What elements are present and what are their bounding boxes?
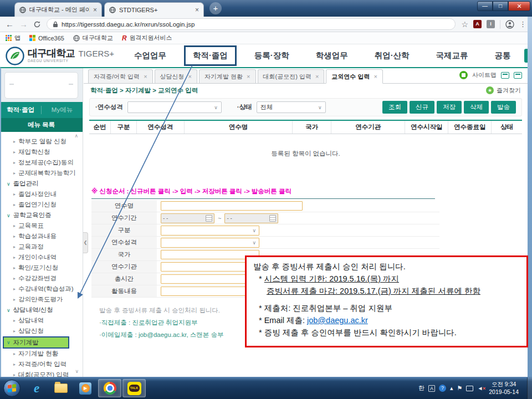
window-close-all-icon[interactable] [514,72,522,79]
start-date-input[interactable] [161,213,214,223]
close-icon[interactable]: × [195,7,199,13]
refresh-icon[interactable] [33,21,41,28]
ime-hangul-indicator[interactable]: 한 [418,384,424,392]
university-logo[interactable]: 대구대학교 TIGERS+ DAEGU UNIVERSITY [6,47,121,65]
mdi-tab[interactable]: 상담신청 × [155,69,197,83]
start-button[interactable] [3,380,21,397]
nature-select[interactable]: ∨ [127,101,222,113]
taskbar-kakaotalk-button[interactable]: TALK [122,379,146,397]
sidebar-menu-item[interactable]: ∨ ▸ 재입학신청 [0,147,83,157]
close-icon[interactable]: × [144,70,147,83]
address-bar[interactable]: https://tigersstd.daegu.ac.kr/nxrun/ssoL… [47,18,456,30]
sidebar-menu-item[interactable]: ∨ ▸ 강의만족도평가 [0,294,83,305]
taskbar-clock[interactable]: 오전 9:34 2019-05-14 [489,381,519,395]
favorite-button[interactable]: ★ 즐겨찾기 [486,86,521,95]
close-icon[interactable]: × [247,70,250,83]
volume-muted-icon[interactable]: ◄ [477,385,483,391]
mdi-tab[interactable]: 자격증/어학 입력 × [88,69,153,83]
sidebar-menu-item[interactable]: ∨ ▸ 상담내역/신청 [0,305,83,315]
taskbar-media-button[interactable]: ▶ [74,379,97,397]
sidebar-menu-item[interactable]: ∨ ▸ 교육과정 [0,242,83,252]
nav-item[interactable]: 등록·장학 [241,47,303,64]
sidebar-menu-item[interactable]: ∨ ▸ 학부모 열람 신청 [0,136,83,147]
sidebar-tab-haksa[interactable]: 학적·졸업 [0,106,41,114]
close-icon[interactable]: × [315,70,319,83]
bookmark-apps[interactable]: 앱 [6,34,21,42]
status-select[interactable]: 전체 ∨ [257,101,326,113]
ime-lang-indicator[interactable]: A [428,385,435,392]
sidebar-menu-item[interactable]: ∨ ▸ 상담신청 [0,326,83,336]
action-center-flag-icon[interactable]: ⚑ [457,385,463,392]
forward-icon[interactable]: → [19,20,28,28]
sidebar-menu-item[interactable]: ∨ ▸ 졸업사정안내 [0,189,83,200]
taskbar-explorer-button[interactable] [49,379,73,397]
category-select[interactable]: ∨ [161,226,259,236]
sidebar-menu-item[interactable]: ∨ ▸ 개인이수내역 [0,252,83,263]
close-icon[interactable]: × [374,70,377,83]
action-button[interactable]: 발송 [491,101,516,114]
sidebar-menu-item[interactable]: ∨ ▸ 상담내역 [0,315,83,326]
nature-form-select[interactable]: ∨ [161,238,259,248]
sitemap-label[interactable]: 사이트맵 [472,71,497,79]
sidebar-menu-item[interactable]: ∨ ▸ 정보제공(수집)동의 [0,157,83,168]
sidebar-menu-item[interactable]: ∨ ▸ 교육목표 [0,221,83,231]
bookmark-office365[interactable]: Office365 [29,35,64,42]
sidebar-tab-mymenu[interactable]: My메뉴 [41,106,83,114]
mdi-tab[interactable]: 대회(공모전) 입력 × [258,69,325,83]
sidebar-menu-item[interactable]: ∨ ▸ 수강강좌변경 [0,273,83,284]
browser-tab-daegu-main[interactable]: 대구대학교 - 메인 페이지 × [14,2,102,17]
menu-dots-icon[interactable]: ⋮ [519,20,526,28]
calendar-icon[interactable] [206,215,212,222]
new-tab-button[interactable]: + [209,2,222,14]
help-tray-icon[interactable]: ? [439,385,446,392]
start-date-value[interactable] [163,215,196,221]
window-expand-icon[interactable] [501,72,509,79]
bookmark-star-icon[interactable]: ☆ [461,20,468,29]
end-date-input[interactable] [224,213,278,223]
show-desktop-button[interactable] [527,377,532,399]
nav-item[interactable]: 국제교류 [423,47,482,64]
sidebar-menu-item[interactable]: ∨ ▸ 졸업관리 [0,178,83,189]
action-button[interactable]: 신규 [410,101,434,114]
bookmark-daegu-univ[interactable]: 대구대학교 [73,34,113,42]
pdf-extension-icon[interactable]: A [473,20,482,28]
sitemap-icon[interactable] [459,71,468,79]
sidebar-menu-item[interactable]: ∨ ▸ 자격증/어학 입력 [0,359,83,370]
mdi-tab[interactable]: 자기계발 현황 × [199,69,256,83]
profile-icon[interactable] [505,20,514,29]
sidebar-menu-item[interactable]: ∨ ▸ 졸업연기신청 [0,200,83,210]
sidebar-menu-item[interactable]: ∨ ▸ 자기계발 [4,337,68,347]
nav-item[interactable]: 수업업무 [121,47,180,64]
action-button[interactable]: 저장 [437,101,462,114]
mdi-tab[interactable]: 교외연수 입력 × [326,69,383,84]
sidebar-collapse-handle[interactable]: ❮ [83,232,88,253]
nav-item[interactable]: 공통 [482,47,524,64]
minimize-button[interactable]: — [477,1,493,11]
sidebar-menu-item[interactable]: ∨ ▸ 자기계발 현황 [0,349,83,359]
action-button[interactable]: 삭제 [464,101,489,114]
close-icon[interactable]: × [93,7,97,13]
back-icon[interactable]: ← [6,20,14,28]
nav-item[interactable]: 취업·산학 [361,47,423,64]
sidebar-menu-item[interactable]: ∨ ▸ 군제대복학가능학기 [0,168,83,178]
close-icon[interactable]: × [188,70,192,83]
sidebar-menu-item[interactable]: ∨ ▸ 학습성과내용 [0,231,83,242]
sidebar-menu-item[interactable]: ∨ ▸ 공학교육인증 [0,210,83,221]
bookmark-remote-support[interactable]: R 원격지원서비스 [122,34,172,42]
sidebar-menu-item[interactable]: ∨ ▸ 확인/포기신청 [0,263,83,273]
email-link[interactable]: job@daegu.ac.kr [307,316,368,325]
taskbar-ie-button[interactable]: e [25,379,48,397]
collapse-up-icon[interactable]: ∧ [74,133,78,139]
close-window-button[interactable]: ✕ [508,1,530,11]
sidebar-menu-item[interactable]: ∨ ▸ 수강내역(학습성과) [0,284,83,294]
training-name-input[interactable] [161,201,303,211]
nav-item[interactable]: 학생업무 [303,47,361,64]
network-icon[interactable] [466,386,473,391]
action-button[interactable]: 조회 [382,101,407,114]
taskbar-chrome-button[interactable] [98,379,121,397]
scroll-down-icon[interactable]: ∨ [75,369,79,374]
extension-icon[interactable]: I [487,20,495,28]
calendar-icon[interactable] [269,215,276,222]
end-date-value[interactable] [227,215,260,221]
maximize-button[interactable]: □ [493,1,508,11]
